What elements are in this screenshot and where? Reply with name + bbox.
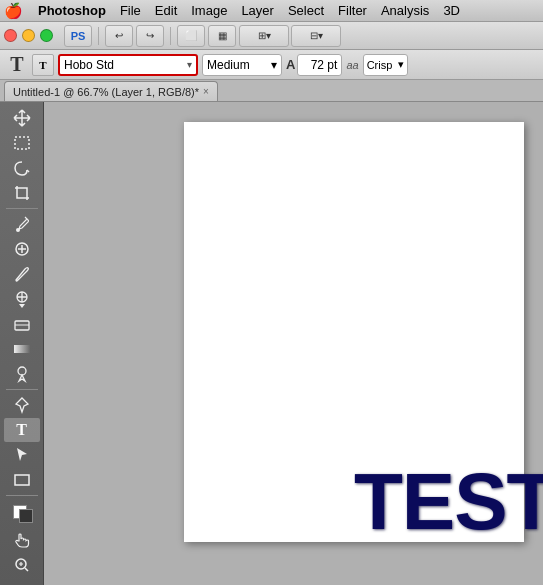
tool-hand[interactable] xyxy=(4,528,40,552)
close-button[interactable] xyxy=(4,29,17,42)
tool-eyedropper[interactable] xyxy=(4,212,40,236)
tool-divider-3 xyxy=(6,495,38,496)
font-style-dropdown[interactable]: Medium ▾ xyxy=(202,54,282,76)
undo-button[interactable]: ↩ xyxy=(105,25,133,47)
window-controls xyxy=(4,29,53,42)
grid-button[interactable]: ▦ xyxy=(208,25,236,47)
document-canvas: TEST xyxy=(184,122,524,542)
menu-analysis[interactable]: Analysis xyxy=(374,1,436,20)
view-options: ⊞▾ ⊟▾ xyxy=(239,25,341,47)
menu-3d[interactable]: 3D xyxy=(436,1,467,20)
font-size-group: A 72 pt xyxy=(286,54,342,76)
font-size-icon: A xyxy=(286,57,295,72)
menu-image[interactable]: Image xyxy=(184,1,234,20)
font-family-dropdown[interactable]: Hobo Std ▾ xyxy=(58,54,198,76)
menu-filter[interactable]: Filter xyxy=(331,1,374,20)
redo-button[interactable]: ↪ xyxy=(136,25,164,47)
svg-point-1 xyxy=(16,228,20,232)
text-orientation-button[interactable]: T xyxy=(32,54,54,76)
view-button[interactable]: ⬜ xyxy=(177,25,205,47)
font-size-input[interactable]: 72 pt xyxy=(297,54,342,76)
tool-clone[interactable] xyxy=(4,287,40,311)
menu-edit[interactable]: Edit xyxy=(148,1,184,20)
svg-rect-7 xyxy=(15,475,29,485)
tool-gradient[interactable] xyxy=(4,337,40,361)
svg-rect-5 xyxy=(14,345,30,353)
font-size-value: 72 pt xyxy=(311,58,338,72)
minimize-button[interactable] xyxy=(22,29,35,42)
antialiasing-arrow-icon: ▾ xyxy=(398,58,404,71)
type-tool-T-icon: T xyxy=(16,421,27,439)
font-family-value: Hobo Std xyxy=(64,58,114,72)
menu-select[interactable]: Select xyxy=(281,1,331,20)
tool-divider-2 xyxy=(6,389,38,390)
toolbar-main: PS ↩ ↪ ⬜ ▦ ⊞▾ ⊟▾ xyxy=(0,22,543,50)
tool-zoom[interactable] xyxy=(4,553,40,577)
separator xyxy=(98,27,99,45)
document-tab[interactable]: Untitled-1 @ 66.7% (Layer 1, RGB/8)* × xyxy=(4,81,218,101)
tab-bar: Untitled-1 @ 66.7% (Layer 1, RGB/8)* × xyxy=(0,80,543,102)
antialiasing-label: aa xyxy=(346,59,358,71)
style-dropdown-arrow-icon: ▾ xyxy=(271,58,277,72)
color-swatches[interactable] xyxy=(7,501,37,525)
tool-dodge[interactable] xyxy=(4,362,40,386)
type-tool-icon: T xyxy=(6,53,28,76)
menu-layer[interactable]: Layer xyxy=(234,1,281,20)
arrange-toggle[interactable]: ⊟▾ xyxy=(291,25,341,47)
ps-logo-button[interactable]: PS xyxy=(64,25,92,47)
tool-move[interactable] xyxy=(4,106,40,130)
document-tab-label: Untitled-1 @ 66.7% (Layer 1, RGB/8)* xyxy=(13,86,199,98)
layout-toggle[interactable]: ⊞▾ xyxy=(239,25,289,47)
tool-pen[interactable] xyxy=(4,393,40,417)
tool-shape[interactable] xyxy=(4,468,40,492)
tool-lasso[interactable] xyxy=(4,156,40,180)
main-area: T TEST xyxy=(0,102,543,585)
tool-eraser[interactable] xyxy=(4,312,40,336)
antialiasing-value: Crisp xyxy=(367,59,393,71)
tool-crop[interactable] xyxy=(4,181,40,205)
tool-heal[interactable] xyxy=(4,237,40,261)
menu-file[interactable]: File xyxy=(113,1,148,20)
font-style-value: Medium xyxy=(207,58,250,72)
menu-bar: 🍎 Photoshop File Edit Image Layer Select… xyxy=(0,0,543,22)
tab-close-button[interactable]: × xyxy=(203,86,209,97)
separator2 xyxy=(170,27,171,45)
antialiasing-dropdown[interactable]: Crisp ▾ xyxy=(363,54,408,76)
maximize-button[interactable] xyxy=(40,29,53,42)
canvas-text[interactable]: TEST xyxy=(354,462,543,542)
tools-panel: T xyxy=(0,102,44,585)
text-layer[interactable]: TEST xyxy=(354,462,543,542)
svg-rect-0 xyxy=(15,137,29,149)
tool-brush[interactable] xyxy=(4,262,40,286)
apple-logo-icon[interactable]: 🍎 xyxy=(4,2,23,20)
dropdown-arrow-icon: ▾ xyxy=(187,59,192,70)
toolbar-type-options: T T Hobo Std ▾ Medium ▾ A 72 pt aa Crisp… xyxy=(0,50,543,80)
tool-path-select[interactable] xyxy=(4,443,40,467)
menu-photoshop[interactable]: Photoshop xyxy=(31,1,113,20)
background-color[interactable] xyxy=(19,509,33,523)
tool-divider-1 xyxy=(6,208,38,209)
canvas-area: TEST xyxy=(44,102,543,585)
tool-type[interactable]: T xyxy=(4,418,40,442)
tool-marquee[interactable] xyxy=(4,131,40,155)
